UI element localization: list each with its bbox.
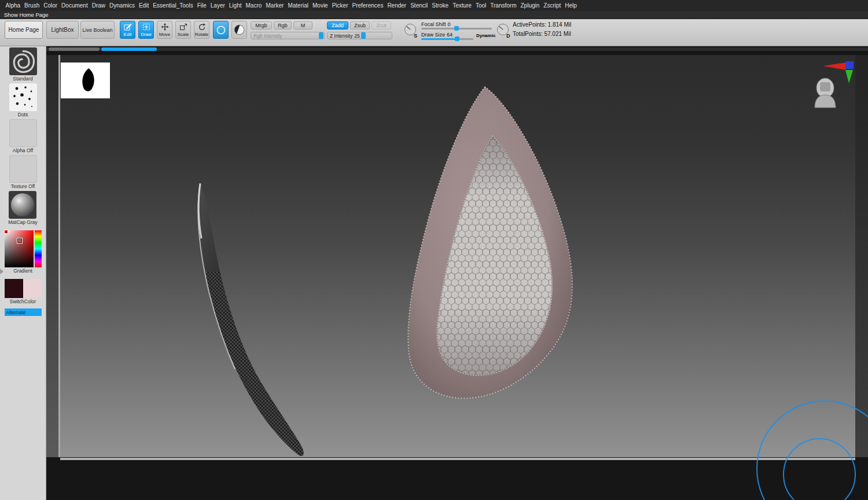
- canvas-bottom-scrollbar[interactable]: [60, 458, 855, 460]
- menu-item[interactable]: Essential_Tools: [151, 2, 195, 9]
- menu-item[interactable]: Render: [385, 2, 409, 9]
- zadd-button[interactable]: Zadd: [327, 21, 348, 30]
- menu-item[interactable]: Picker: [330, 2, 350, 9]
- draw-size-thumb[interactable]: [455, 36, 459, 41]
- menu-item[interactable]: Edit: [137, 2, 150, 9]
- canvas-top-scroll-thumb[interactable]: [101, 47, 157, 51]
- scale-icon: [179, 23, 187, 31]
- material-label: MatCap Gray: [8, 219, 38, 226]
- mrgb-button[interactable]: Mrgb: [251, 21, 272, 30]
- axis-x-arrow[interactable]: [823, 62, 846, 70]
- menu-item[interactable]: Color: [42, 2, 60, 9]
- canvas-left-margin: [46, 55, 58, 457]
- menu-item[interactable]: Material: [286, 2, 311, 9]
- rotate-button[interactable]: Rotate: [194, 21, 209, 39]
- material-selector[interactable]: MatCap Gray: [8, 191, 38, 226]
- primary-color-swatch[interactable]: [5, 279, 23, 298]
- alternate-button[interactable]: Alternate: [5, 308, 42, 316]
- switch-color-widget[interactable]: [5, 279, 42, 298]
- z-intensity-slider[interactable]: Z Intensity 25: [327, 32, 392, 39]
- lightbox-button[interactable]: LightBox: [46, 21, 79, 39]
- menu-item[interactable]: Zscript: [542, 2, 563, 9]
- m-button[interactable]: M: [293, 21, 312, 30]
- draw-button[interactable]: Draw: [138, 21, 154, 39]
- zsub-button[interactable]: Zsub: [350, 21, 370, 30]
- menu-item[interactable]: Stencil: [409, 2, 430, 9]
- menu-item[interactable]: Draw: [90, 2, 107, 9]
- brush-thumbnail[interactable]: [9, 47, 37, 75]
- home-page-button[interactable]: Home Page: [5, 21, 43, 39]
- move-icon: [161, 23, 169, 31]
- stroke-circle-icon: [216, 25, 226, 34]
- menu-bar: AlphaBrushColorDocumentDrawDynamicsEditE…: [0, 0, 868, 11]
- stroke-selector[interactable]: Dots: [9, 83, 37, 118]
- menu-item[interactable]: Document: [60, 2, 90, 9]
- canvas-top-scroll-track: [46, 47, 868, 51]
- menu-item[interactable]: Light: [227, 2, 244, 9]
- menu-item[interactable]: Texture: [451, 2, 474, 9]
- menu-item[interactable]: Help: [563, 2, 579, 9]
- gradient-picker[interactable]: [5, 230, 42, 267]
- rgb-button[interactable]: Rgb: [274, 21, 292, 30]
- axis-y-arrow[interactable]: [845, 70, 853, 83]
- nav-gizmo[interactable]: [812, 61, 854, 109]
- draw-size-slider[interactable]: Draw Size64: [421, 32, 473, 40]
- z-intensity-thumb[interactable]: [361, 32, 366, 39]
- main-area: Standard Dots Alpha Off: [0, 46, 868, 500]
- dynamic-toggle[interactable]: Dynamic: [476, 33, 495, 38]
- move-button[interactable]: Move: [157, 21, 172, 39]
- menu-item[interactable]: Movie: [310, 2, 330, 9]
- camera-head-icon[interactable]: [815, 78, 836, 108]
- rotate-icon: [198, 23, 206, 31]
- menu-item[interactable]: Macro: [244, 2, 264, 9]
- texture-thumbnail[interactable]: [9, 155, 37, 183]
- show-home-page-link[interactable]: Show Home Page: [4, 12, 49, 18]
- tray-collapse-handle[interactable]: [0, 269, 3, 274]
- menu-item[interactable]: Marker: [264, 2, 286, 9]
- draw-size-label: Draw Size: [421, 32, 445, 38]
- canvas-area[interactable]: [46, 46, 868, 500]
- material-preview-button[interactable]: [231, 21, 247, 39]
- color-picker[interactable]: Gradient: [5, 227, 42, 274]
- saturation-value-square[interactable]: [5, 230, 34, 267]
- alpha-preview-shape: [61, 62, 110, 98]
- document-canvas[interactable]: [60, 55, 855, 457]
- scale-button[interactable]: Scale: [175, 21, 191, 39]
- edit-button[interactable]: Edit: [120, 21, 135, 39]
- alpha-preview[interactable]: [61, 62, 110, 98]
- secondary-color-swatch[interactable]: [23, 279, 42, 298]
- menu-item[interactable]: Layer: [208, 2, 227, 9]
- menu-item[interactable]: Alpha: [3, 2, 23, 9]
- alpha-thumbnail[interactable]: [9, 119, 37, 147]
- focal-shift-slider[interactable]: Focal Shift0: [421, 21, 492, 30]
- stroke-label: Dots: [18, 111, 28, 118]
- menu-item[interactable]: File: [195, 2, 208, 9]
- menu-item[interactable]: Brush: [23, 2, 42, 9]
- switch-color[interactable]: SwitchColor: [5, 275, 42, 305]
- brush-selector[interactable]: Standard: [9, 47, 37, 82]
- menu-item[interactable]: Preferences: [350, 2, 385, 9]
- material-thumbnail[interactable]: [9, 191, 36, 219]
- live-boolean-button[interactable]: Live Boolean: [80, 21, 115, 39]
- rgb-intensity-slider[interactable]: Rgb Intensity: [251, 32, 325, 39]
- alpha-selector[interactable]: Alpha Off: [9, 119, 37, 154]
- z-intensity-value: 25: [354, 33, 359, 39]
- axis-z-cube[interactable]: [845, 61, 854, 69]
- menu-item[interactable]: Tool: [473, 2, 488, 9]
- edit-label: Edit: [124, 32, 132, 37]
- stroke-thumbnail[interactable]: [9, 83, 37, 111]
- zcut-button[interactable]: Zcut: [372, 21, 391, 30]
- menu-item[interactable]: Zplugin: [518, 2, 542, 9]
- color-cursor[interactable]: [17, 238, 22, 243]
- s-dial[interactable]: S: [404, 23, 419, 38]
- hue-bar[interactable]: [35, 230, 42, 267]
- stroke-type-button[interactable]: [213, 21, 229, 39]
- texture-selector[interactable]: Texture Off: [9, 155, 37, 190]
- menu-item[interactable]: Transform: [488, 2, 518, 9]
- menu-item[interactable]: Dynamics: [108, 2, 137, 9]
- menu-item[interactable]: Stroke: [430, 2, 451, 9]
- move-label: Move: [159, 32, 171, 37]
- d-dial[interactable]: D: [496, 23, 512, 38]
- focal-shift-thumb[interactable]: [454, 26, 459, 31]
- rgb-intensity-thumb[interactable]: [319, 32, 323, 39]
